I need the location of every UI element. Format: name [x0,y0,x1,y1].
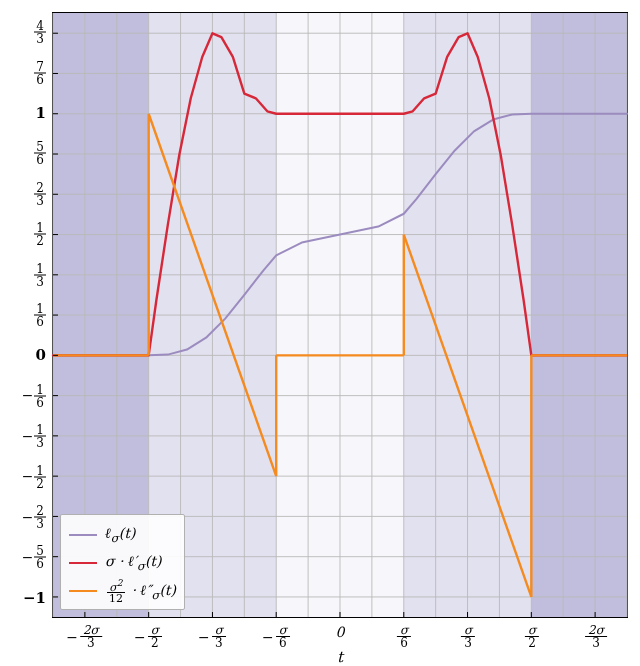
y-tick-label: 43 [34,20,46,45]
x-tick-label: −σ3 [198,624,226,649]
legend-label: σ212 · ℓ″σ(t) [105,578,176,605]
y-tick-label: 0 [36,346,46,364]
x-tick-label: σ2 [525,624,539,649]
x-tick-label: 2σ3 [585,624,607,649]
x-tick-label: −2σ3 [66,624,102,649]
legend-line-icon [69,590,97,592]
chart-figure: −1−56−23−12−13−160161312235617643 −2σ3−σ… [0,0,640,666]
y-tick-label: 76 [34,60,46,85]
y-tick-label: −12 [22,464,46,489]
y-tick-label: 23 [34,181,46,206]
x-axis-label: t [52,648,628,666]
y-tick-label: 13 [34,262,46,287]
legend-line-icon [69,562,97,564]
x-tick-label: σ6 [397,624,411,649]
y-tick-label: 56 [34,141,46,166]
y-tick-label: −56 [22,545,46,570]
y-tick-label: −23 [22,505,46,530]
legend-label: ℓσ(t) [105,525,135,545]
x-tick-label: σ3 [461,624,475,649]
x-tick-label: 0 [336,624,345,640]
x-tick-label: −σ2 [134,624,162,649]
y-tick-label: 1 [36,104,46,122]
legend-entry: σ · ℓ′σ(t) [69,549,176,577]
y-tick-label: −1 [23,589,46,607]
y-tick-label: 12 [34,222,46,247]
y-tick-label: −16 [22,383,46,408]
y-tick-label: −13 [22,424,46,449]
legend-line-icon [69,534,97,536]
legend-entry: ℓσ(t) [69,521,176,549]
chart-legend: ℓσ(t)σ · ℓ′σ(t)σ212 · ℓ″σ(t) [60,514,185,610]
x-tick-label: −σ6 [262,624,290,649]
legend-label: σ · ℓ′σ(t) [105,553,161,573]
legend-entry: σ212 · ℓ″σ(t) [69,577,176,605]
y-tick-label: 16 [34,303,46,328]
